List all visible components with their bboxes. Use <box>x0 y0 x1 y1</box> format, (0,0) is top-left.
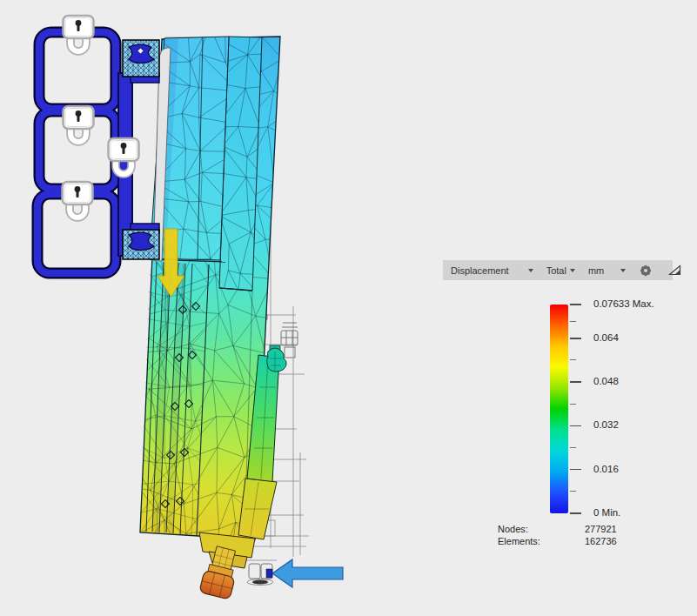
legend-minor-tick <box>570 491 576 492</box>
elements-value: 162736 <box>585 536 637 548</box>
legend-color-bar <box>550 305 568 513</box>
legend-minor-tick <box>570 447 576 448</box>
constraint-frame <box>37 16 171 273</box>
force-arrow-left <box>266 559 343 587</box>
legend-tick <box>570 469 581 471</box>
lock-icon <box>64 106 94 142</box>
chevron-down-icon[interactable] <box>570 269 575 275</box>
legend-tick-label: 0.048 <box>593 376 619 386</box>
legend-minor-tick <box>570 321 576 322</box>
legend-tick <box>570 512 581 514</box>
nodes-value: 277921 <box>585 524 637 536</box>
result-type-dropdown[interactable]: Displacement <box>451 265 509 276</box>
legend-tick <box>570 338 581 339</box>
legend-minor-tick <box>570 359 576 360</box>
legend-tick-label: 0 Min. <box>593 507 620 518</box>
lock-icon <box>64 16 94 51</box>
gasket-bracket-bottom <box>123 230 159 259</box>
results-toolbar: Displacement Total mm <box>443 260 673 280</box>
legend-tick-label: 0.016 <box>593 464 619 474</box>
chevron-down-icon[interactable] <box>620 269 626 275</box>
legend-triangle-icon[interactable] <box>667 264 682 277</box>
fea-results-viewport[interactable]: Displacement Total mm 0.07633 Max.0.0640… <box>0 0 697 616</box>
legend-tick-label: 0.064 <box>593 332 619 343</box>
component-dropdown[interactable]: Total <box>546 265 566 276</box>
unit-dropdown[interactable]: mm <box>588 265 604 276</box>
legend-tick-label: 0.032 <box>593 419 619 430</box>
legend-tick <box>570 381 581 383</box>
chevron-down-icon[interactable] <box>528 269 533 275</box>
legend-tick <box>570 304 581 305</box>
nodes-label: Nodes: <box>498 524 585 536</box>
elements-label: Elements: <box>498 536 585 548</box>
fea-model <box>120 20 302 599</box>
result-legend: 0.07633 Max.0.0640.0480.0320.0160 Min. <box>550 305 697 513</box>
lock-icon <box>63 182 93 218</box>
side-bolt <box>267 345 287 372</box>
mesh-statistics: Nodes: 277921 Elements: 162736 <box>498 524 637 547</box>
gasket-bracket-top <box>123 40 159 77</box>
gear-icon[interactable] <box>639 264 653 278</box>
legend-minor-tick <box>570 404 576 405</box>
legend-tick-label: 0.07633 Max. <box>593 298 654 309</box>
legend-tick <box>570 425 581 427</box>
bottom-bolt-assembly <box>199 532 255 599</box>
